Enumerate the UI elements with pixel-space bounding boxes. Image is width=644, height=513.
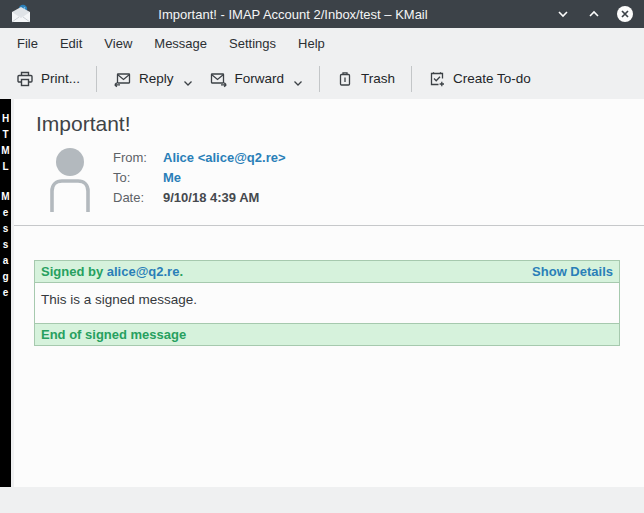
statusbar xyxy=(0,487,644,513)
titlebar: Important! - IMAP Account 2/Inbox/test –… xyxy=(0,0,644,28)
menu-settings[interactable]: Settings xyxy=(218,32,287,55)
menu-file[interactable]: File xyxy=(6,32,49,55)
message-subject: Important! xyxy=(36,112,632,136)
date-label: Date: xyxy=(113,188,163,208)
print-label: Print... xyxy=(41,71,80,86)
toolbar-separator xyxy=(319,66,320,92)
from-label: From: xyxy=(113,148,163,168)
html-message-sidebar[interactable]: HTML Message xyxy=(0,99,11,487)
sender-avatar xyxy=(48,145,92,213)
kmail-window: Important! - IMAP Account 2/Inbox/test –… xyxy=(0,0,644,513)
html-bar-word-1: HTML xyxy=(0,111,11,175)
toolbar-separator xyxy=(96,66,97,92)
toolbar: Print... Reply xyxy=(0,58,644,99)
signed-message-block: Signed by alice@q2.re. Show Details This… xyxy=(34,260,620,346)
signed-by-text: Signed by alice@q2.re. xyxy=(41,264,183,279)
minimize-button[interactable] xyxy=(554,5,572,23)
trash-label: Trash xyxy=(361,71,395,86)
signer-address-link[interactable]: alice@q2.re xyxy=(107,264,180,279)
signed-message-body-text: This is a signed message. xyxy=(34,283,620,323)
date-value: 9/10/18 4:39 AM xyxy=(163,188,259,208)
create-todo-button[interactable]: Create To-do xyxy=(420,64,539,94)
trash-button[interactable]: Trash xyxy=(328,64,403,94)
close-button[interactable] xyxy=(616,5,634,23)
menu-help[interactable]: Help xyxy=(287,32,336,55)
maximize-button[interactable] xyxy=(585,5,603,23)
from-value[interactable]: Alice <alice@q2.re> xyxy=(163,148,286,168)
toolbar-separator xyxy=(411,66,412,92)
reply-dropdown-arrow[interactable] xyxy=(183,71,193,87)
to-value[interactable]: Me xyxy=(163,168,181,188)
html-bar-word-2: Message xyxy=(0,189,11,301)
forward-button[interactable]: Forward xyxy=(201,64,312,94)
signed-by-prefix: Signed by xyxy=(41,264,107,279)
date-row: Date: 9/10/18 4:39 AM xyxy=(113,188,286,208)
from-row: From: Alice <alice@q2.re> xyxy=(113,148,286,168)
message-body: Signed by alice@q2.re. Show Details This… xyxy=(14,226,644,487)
signed-by-suffix: . xyxy=(179,264,183,279)
reply-button[interactable]: Reply xyxy=(105,64,201,94)
printer-icon xyxy=(16,70,34,88)
forward-dropdown-arrow[interactable] xyxy=(293,71,303,87)
menu-edit[interactable]: Edit xyxy=(49,32,93,55)
header-fields: From: Alice <alice@q2.re> To: Me Date: 9… xyxy=(113,145,286,213)
kmail-app-icon xyxy=(10,4,32,24)
show-details-link[interactable]: Show Details xyxy=(532,264,613,279)
message-viewer: Important! From: Alice <alice@q2.re> xyxy=(14,99,644,487)
signed-message-footer: End of signed message xyxy=(34,323,620,346)
reply-label: Reply xyxy=(139,71,174,86)
menubar: File Edit View Message Settings Help xyxy=(0,28,644,58)
create-todo-label: Create To-do xyxy=(453,71,531,86)
todo-icon xyxy=(428,70,446,88)
mail-reply-icon xyxy=(113,70,132,88)
message-header: Important! From: Alice <alice@q2.re> xyxy=(14,99,644,226)
forward-label: Forward xyxy=(235,71,285,86)
message-view-area: HTML Message Important! From: xyxy=(0,99,644,487)
to-row: To: Me xyxy=(113,168,286,188)
signed-message-header: Signed by alice@q2.re. Show Details xyxy=(34,260,620,283)
window-controls xyxy=(554,5,634,23)
menu-view[interactable]: View xyxy=(93,32,143,55)
print-button[interactable]: Print... xyxy=(8,64,88,94)
trash-icon xyxy=(336,70,354,88)
to-label: To: xyxy=(113,168,163,188)
window-title: Important! - IMAP Account 2/Inbox/test –… xyxy=(32,7,554,22)
mail-forward-icon xyxy=(209,70,228,88)
menu-message[interactable]: Message xyxy=(143,32,218,55)
